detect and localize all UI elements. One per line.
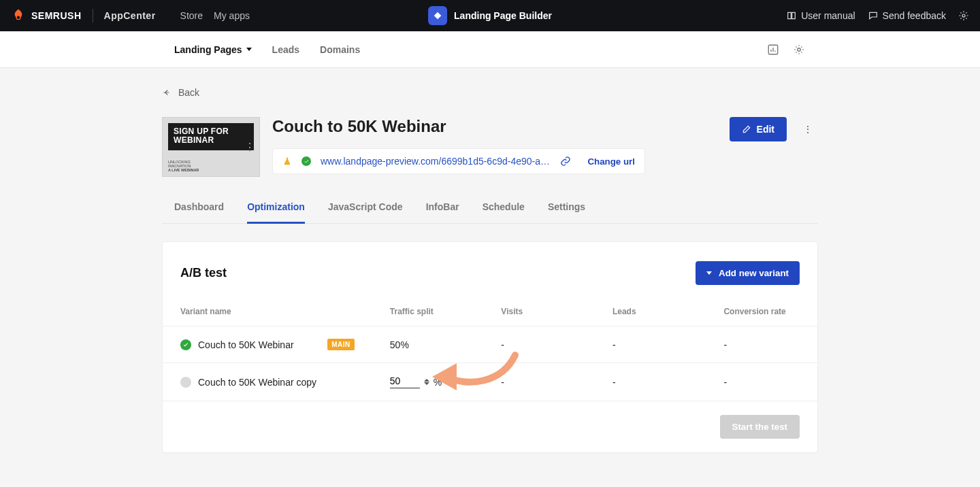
status-off-icon [180, 377, 191, 388]
visits-cell: - [483, 326, 595, 363]
svg-point-1 [962, 14, 965, 17]
split-stepper[interactable] [424, 379, 429, 385]
traffic-split-cell: 50% [372, 326, 484, 363]
brand-sub: AppCenter [104, 10, 156, 21]
variant-name-label: Couch to 50K Webinar [198, 339, 294, 350]
top-center-app[interactable]: Landing Page Builder [428, 6, 552, 25]
subbar-right-icons [766, 43, 806, 56]
variant-name-cell: Couch to 50K Webinar [180, 339, 294, 350]
variant-name-label: Couch to 50K Webinar copy [198, 377, 316, 388]
semrush-logo-icon [11, 8, 26, 23]
stats-icon-button[interactable] [766, 43, 780, 56]
panel-footer: Start the test [163, 401, 817, 452]
pencil-icon [742, 124, 751, 134]
col-visits: Visits [483, 297, 595, 326]
main-badge: MAIN [327, 339, 355, 350]
settings-gear[interactable] [958, 10, 969, 21]
nav-store[interactable]: Store [180, 10, 203, 21]
brand-separator [93, 9, 93, 22]
link-icon[interactable] [560, 156, 571, 167]
back-label: Back [178, 87, 199, 98]
edit-button[interactable]: Edit [730, 117, 787, 141]
leads-cell: - [595, 363, 706, 401]
variant-name-cell: Couch to 50K Webinar copy [180, 377, 355, 388]
tab-dashboard[interactable]: Dashboard [162, 201, 224, 224]
conversion-cell: - [706, 363, 817, 401]
status-on-icon [180, 339, 191, 350]
stepper-up-icon [424, 379, 429, 382]
sub-bar: Landing Pages Leads Domains [0, 31, 980, 68]
tab-optimization[interactable]: Optimization [247, 201, 305, 224]
chat-icon [868, 10, 879, 21]
page-title: Couch to 50K Webinar [272, 117, 446, 136]
chevron-down-icon [706, 271, 712, 275]
thumbnail-preview: SIGN UP FOR WEBINAR [168, 123, 254, 150]
panel-header: A/B test Add new variant [163, 242, 817, 297]
subnav-landing-pages[interactable]: Landing Pages [174, 44, 252, 55]
svg-point-3 [798, 48, 801, 51]
tab-infobar[interactable]: InfoBar [426, 201, 459, 224]
table-row: Couch to 50K Webinar copy % [163, 363, 817, 401]
top-bar: SEMRUSH AppCenter Store My apps Landing … [0, 0, 980, 31]
tab-javascript-code[interactable]: JavaScript Code [328, 201, 403, 224]
header-main: Couch to 50K Webinar Edit ⋮ www.landpage… [272, 117, 818, 174]
url-card: www.landpage-preview.com/6699b1d5-6c9d-4… [272, 148, 645, 174]
status-check-icon [301, 156, 311, 166]
bar-chart-icon [767, 44, 779, 56]
col-conversion: Conversion rate [706, 297, 817, 326]
gear-icon [958, 10, 969, 21]
thumb-line1: SIGN UP FOR [174, 127, 248, 136]
page-header: SIGN UP FOR WEBINAR UNLOCKING INNOVATION… [162, 117, 818, 177]
header-more-menu[interactable]: ⋮ [798, 118, 818, 140]
subnav-leads[interactable]: Leads [272, 44, 299, 55]
page-content: Back SIGN UP FOR WEBINAR UNLOCKING INNOV… [162, 68, 818, 480]
subnav-domains[interactable]: Domains [320, 44, 360, 55]
header-actions: Edit ⋮ [730, 117, 818, 141]
brand-main: SEMRUSH [31, 10, 82, 21]
stepper-down-icon [424, 382, 429, 385]
conversion-cell: - [706, 326, 817, 363]
start-test-button[interactable]: Start the test [720, 415, 800, 439]
add-variant-label: Add new variant [719, 268, 789, 278]
edit-button-label: Edit [757, 124, 774, 135]
tab-schedule[interactable]: Schedule [483, 201, 525, 224]
svg-point-0 [16, 16, 20, 20]
top-right: User manual Send feedback [786, 10, 969, 21]
user-manual-link[interactable]: User manual [786, 10, 855, 21]
subnav-landing-pages-label: Landing Pages [174, 44, 242, 55]
ab-test-panel: A/B test Add new variant Variant name Tr… [162, 241, 818, 453]
thumb-subtext: UNLOCKING INNOVATION A LIVE WEBINAR [168, 160, 254, 172]
send-feedback-label: Send feedback [883, 10, 946, 21]
col-traffic-split: Traffic split [372, 297, 484, 326]
chevron-down-icon [246, 48, 252, 51]
traffic-split-cell: % [372, 363, 484, 401]
col-variant-name: Variant name [163, 297, 372, 326]
brand[interactable]: SEMRUSH AppCenter [11, 8, 156, 23]
arrow-left-icon [162, 88, 172, 97]
app-logo-icon [428, 6, 447, 25]
traffic-split-input[interactable] [390, 375, 420, 388]
settings-icon-button[interactable] [792, 43, 806, 56]
book-icon [786, 10, 797, 21]
gear-icon [793, 44, 805, 56]
leads-cell: - [595, 326, 706, 363]
add-variant-button[interactable]: Add new variant [696, 261, 800, 285]
page-url[interactable]: www.landpage-preview.com/6699b1d5-6c9d-4… [321, 156, 551, 167]
page-thumbnail[interactable]: SIGN UP FOR WEBINAR UNLOCKING INNOVATION… [162, 117, 260, 177]
tabs: Dashboard Optimization JavaScript Code I… [162, 201, 818, 224]
table-row: Couch to 50K Webinar MAIN 50% - - - [163, 326, 817, 363]
user-manual-label: User manual [801, 10, 855, 21]
thumbnail-more-icon[interactable]: ⋮ [244, 141, 255, 154]
back-link[interactable]: Back [162, 87, 199, 98]
visits-cell: - [483, 363, 595, 401]
tab-settings[interactable]: Settings [548, 201, 585, 224]
thumb-line2: WEBINAR [174, 136, 248, 145]
send-feedback-link[interactable]: Send feedback [868, 10, 946, 21]
variants-table: Variant name Traffic split Visits Leads … [163, 297, 817, 401]
change-url-button[interactable]: Change url [587, 156, 635, 167]
panel-title: A/B test [180, 266, 227, 280]
app-title: Landing Page Builder [454, 10, 552, 21]
percent-sign: % [434, 377, 442, 388]
col-leads: Leads [595, 297, 706, 326]
nav-my-apps[interactable]: My apps [214, 10, 250, 21]
